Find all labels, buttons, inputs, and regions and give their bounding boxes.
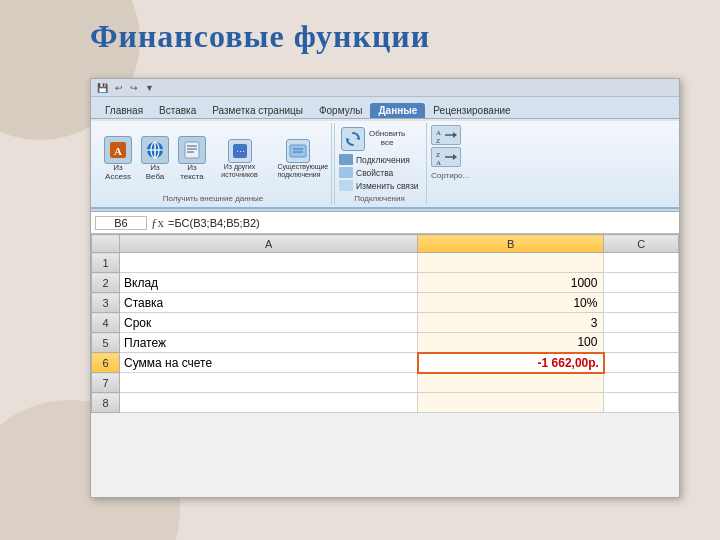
sort-az-btn[interactable]: A Z [431, 125, 461, 145]
svg-marker-20 [453, 132, 457, 138]
cell-a[interactable]: Вклад [120, 273, 418, 293]
btn-refresh-all[interactable]: Обновитьвсе [339, 125, 420, 153]
cell-b[interactable]: 10% [418, 293, 604, 313]
tab-insert[interactable]: Вставка [151, 103, 204, 118]
cell-c[interactable] [604, 373, 679, 393]
btn-from-other[interactable]: ⋯ Из другихисточников [212, 137, 267, 180]
cell-reference[interactable] [95, 216, 147, 230]
cell-c[interactable] [604, 273, 679, 293]
cell-a[interactable] [120, 373, 418, 393]
col-header-b[interactable]: B [418, 235, 604, 253]
refresh-btn-label: Обновитьвсе [369, 130, 405, 148]
row-number: 8 [92, 393, 120, 413]
formula-content: =БС(B3;B4;B5;B2) [168, 217, 675, 229]
editlinks-icon [339, 180, 353, 191]
svg-marker-24 [453, 154, 457, 160]
btn-existing[interactable]: Существующиеподключения [270, 137, 325, 180]
web-icon [141, 136, 169, 164]
btn-properties[interactable]: Свойства [339, 166, 420, 179]
ribbon-main: A ИзAccess [91, 121, 679, 209]
col-header-c[interactable]: C [604, 235, 679, 253]
other-btn-label: Из другихисточников [221, 163, 257, 178]
excel-window: 💾 ↩ ↪ ▼ Главная Вставка Разметка страниц… [90, 78, 680, 498]
getdata-group-label: Получить внешние данные [163, 194, 264, 203]
ribbon-group-connections: Обновитьвсе Подключения Свойства Изменит… [334, 123, 424, 205]
dropdown-quick-btn[interactable]: ▼ [143, 83, 156, 93]
cell-a[interactable] [120, 393, 418, 413]
editlinks-label: Изменить связи [356, 181, 419, 191]
row-number: 1 [92, 253, 120, 273]
tab-data[interactable]: Данные [370, 103, 425, 118]
access-btn-label: ИзAccess [105, 164, 131, 182]
cell-b[interactable]: 1000 [418, 273, 604, 293]
cell-a[interactable]: Срок [120, 313, 418, 333]
quick-access-bar: 💾 ↩ ↪ ▼ [91, 79, 679, 97]
cell-c[interactable] [604, 333, 679, 353]
table-row: 3Ставка10% [92, 293, 679, 313]
access-icon: A [104, 136, 132, 164]
cell-a[interactable]: Ставка [120, 293, 418, 313]
col-header-a[interactable]: A [120, 235, 418, 253]
table-row: 1 [92, 253, 679, 273]
svg-text:Z: Z [436, 137, 440, 144]
row-number: 6 [92, 353, 120, 373]
btn-from-text[interactable]: Изтекста [175, 134, 209, 184]
cell-a[interactable]: Платеж [120, 333, 418, 353]
cell-b[interactable]: 100 [418, 333, 604, 353]
btn-from-access[interactable]: A ИзAccess [101, 134, 135, 184]
tab-bar: Главная Вставка Разметка страницы Формул… [91, 97, 679, 119]
corner-header [92, 235, 120, 253]
spreadsheet-grid: A B C 12Вклад10003Ставка10%4Срок35Платеж… [91, 234, 679, 413]
fx-icon[interactable]: ƒx [151, 215, 164, 231]
save-quick-btn[interactable]: 💾 [95, 83, 110, 93]
cell-b[interactable] [418, 393, 604, 413]
connections-group-label: Подключения [339, 194, 420, 203]
cell-c[interactable] [604, 253, 679, 273]
formula-bar: ƒx =БС(B3;B4;B5;B2) [91, 212, 679, 234]
table-row: 4Срок3 [92, 313, 679, 333]
page-title: Финансовые функции [90, 18, 430, 55]
row-number: 5 [92, 333, 120, 353]
cell-c[interactable] [604, 313, 679, 333]
connections-label: Подключения [356, 155, 410, 165]
table-row: 6Сумма на счете-1 662,00р. [92, 353, 679, 373]
row-number: 7 [92, 373, 120, 393]
existing-btn-label: Существующиеподключения [278, 163, 318, 178]
ribbon: A ИзAccess [91, 119, 679, 212]
text-btn-label: Изтекста [180, 164, 204, 182]
cell-b[interactable] [418, 253, 604, 273]
svg-text:A: A [114, 145, 122, 157]
row-number: 2 [92, 273, 120, 293]
table-row: 2Вклад1000 [92, 273, 679, 293]
undo-quick-btn[interactable]: ↩ [113, 83, 125, 93]
svg-text:A: A [436, 129, 441, 137]
cell-c[interactable] [604, 293, 679, 313]
sort-za-btn[interactable]: Z A [431, 147, 461, 167]
tab-review[interactable]: Рецензирование [425, 103, 518, 118]
cell-a[interactable]: Сумма на счете [120, 353, 418, 373]
properties-icon [339, 167, 353, 178]
btn-connections[interactable]: Подключения [339, 153, 420, 166]
cell-c[interactable] [604, 393, 679, 413]
tab-layout[interactable]: Разметка страницы [204, 103, 311, 118]
cell-a[interactable] [120, 253, 418, 273]
refresh-icon [341, 127, 365, 151]
other-icon: ⋯ [228, 139, 252, 163]
cell-c[interactable] [604, 353, 679, 373]
grid-header-row: A B C [92, 235, 679, 253]
cell-b[interactable]: 3 [418, 313, 604, 333]
tab-home[interactable]: Главная [97, 103, 151, 118]
web-btn-label: ИзВеба [146, 164, 165, 182]
cell-b[interactable]: -1 662,00р. [418, 353, 604, 373]
svg-text:⋯: ⋯ [235, 147, 244, 157]
btn-from-web[interactable]: ИзВеба [138, 134, 172, 184]
redo-quick-btn[interactable]: ↪ [128, 83, 140, 93]
svg-text:A: A [436, 159, 441, 166]
btn-edit-links[interactable]: Изменить связи [339, 179, 420, 192]
connections-icon [339, 154, 353, 165]
tab-formulas[interactable]: Формулы [311, 103, 371, 118]
table-row: 8 [92, 393, 679, 413]
text-icon [178, 136, 206, 164]
cell-b[interactable] [418, 373, 604, 393]
grid-table: A B C 12Вклад10003Ставка10%4Срок35Платеж… [91, 234, 679, 413]
